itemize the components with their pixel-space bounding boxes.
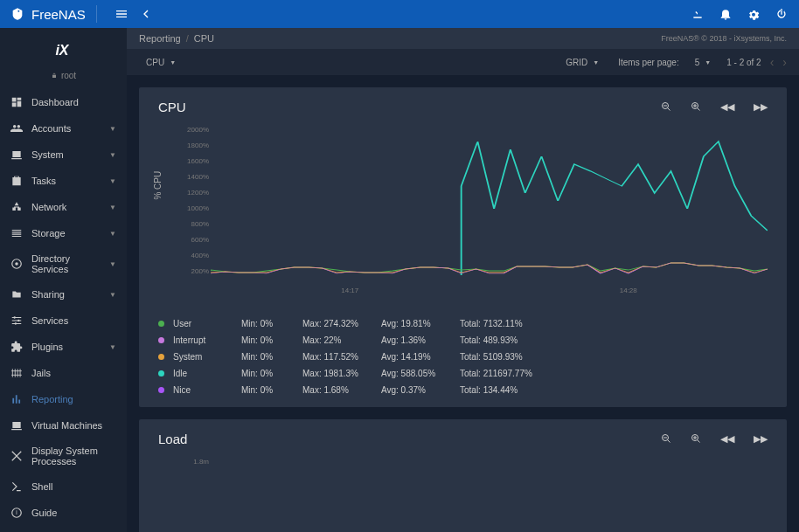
panel-cpu: CPU ◀◀ ▶▶ % CPU2000%1800%1600%1400%1200%… bbox=[139, 87, 787, 407]
zoom-in-icon[interactable] bbox=[691, 433, 701, 446]
panel-title: CPU bbox=[158, 100, 186, 114]
series-total: Total: 5109.93% bbox=[460, 352, 523, 362]
user-label: root bbox=[61, 71, 76, 80]
procs-icon bbox=[10, 450, 23, 462]
svg-point-5 bbox=[17, 320, 19, 321]
shell-icon bbox=[10, 480, 23, 493]
sidebar-item-label: Shell bbox=[31, 481, 116, 492]
bell-icon[interactable] bbox=[719, 7, 733, 21]
accounts-icon bbox=[10, 122, 23, 135]
sidebar-item-sharing[interactable]: Sharing ▼ bbox=[0, 281, 127, 307]
filter-bar: CPU▼ GRID▼ Items per page: 5▼ 1 - 2 of 2… bbox=[127, 49, 799, 75]
svg-text:i: i bbox=[16, 509, 17, 515]
sidebar-item-accounts[interactable]: Accounts ▼ bbox=[0, 115, 127, 142]
tasks-icon bbox=[10, 175, 23, 187]
step-back-icon[interactable]: ◀◀ bbox=[720, 101, 734, 113]
series-avg: Avg: 19.81% bbox=[381, 319, 460, 328]
sidebar-item-network[interactable]: Network ▼ bbox=[0, 194, 127, 220]
sidebar-item-label: Reporting bbox=[31, 394, 116, 404]
sidebar-item-label: Display System Processes bbox=[31, 446, 116, 466]
storage-icon bbox=[10, 227, 23, 239]
zoom-out-icon[interactable] bbox=[661, 101, 671, 114]
back-icon[interactable] bbox=[139, 7, 153, 21]
zoom-in-icon[interactable] bbox=[691, 101, 701, 114]
svg-point-4 bbox=[14, 316, 16, 318]
legend-row: Interrupt Min: 0% Max: 22% Avg: 1.36% To… bbox=[158, 335, 768, 345]
sidebar-item-label: Storage bbox=[31, 228, 101, 238]
sidebar-item-jails[interactable]: Jails bbox=[0, 360, 127, 386]
series-name: Nice bbox=[173, 385, 241, 395]
breadcrumb-bar: Reporting / CPU FreeNAS® © 2018 - iXsyst… bbox=[127, 28, 799, 49]
category-dropdown[interactable]: CPU▼ bbox=[139, 54, 183, 71]
sidebar-item-label: Plugins bbox=[31, 342, 101, 352]
sidebar-item-dashboard[interactable]: Dashboard bbox=[0, 89, 127, 115]
view-dropdown[interactable]: GRID▼ bbox=[559, 54, 606, 71]
page-range: 1 - 2 of 2 bbox=[726, 58, 761, 67]
series-total: Total: 489.93% bbox=[460, 335, 518, 345]
sidebar-item-reporting[interactable]: Reporting bbox=[0, 386, 127, 412]
services-icon bbox=[10, 314, 23, 327]
ix-logo: iX bbox=[0, 38, 127, 64]
items-per-page-dropdown[interactable]: 5▼ bbox=[688, 54, 719, 71]
series-color-dot bbox=[158, 354, 164, 360]
guide-icon: i bbox=[10, 507, 23, 519]
series-max: Max: 22% bbox=[302, 335, 381, 345]
sidebar: iX root Dashboard Accounts ▼ System ▼ Ta… bbox=[0, 28, 127, 532]
series-min: Min: 0% bbox=[241, 335, 302, 345]
user-indicator: root bbox=[0, 71, 127, 80]
sidebar-item-storage[interactable]: Storage ▼ bbox=[0, 220, 127, 246]
legend: User Min: 0% Max: 274.32% Avg: 19.81% To… bbox=[158, 319, 768, 395]
zoom-out-icon[interactable] bbox=[661, 433, 671, 446]
sidebar-item-system[interactable]: System ▼ bbox=[0, 142, 127, 168]
chart: 1.8m1.6m bbox=[158, 459, 768, 532]
prev-page[interactable]: ‹ bbox=[770, 55, 775, 69]
topbar: FreeNAS bbox=[0, 0, 799, 28]
series-color-dot bbox=[158, 387, 164, 393]
next-page[interactable]: › bbox=[782, 55, 787, 69]
logo-area: FreeNAS bbox=[10, 7, 86, 22]
reporting-icon bbox=[10, 393, 23, 405]
series-avg: Avg: 0.37% bbox=[381, 385, 460, 395]
gear-icon[interactable] bbox=[747, 7, 761, 21]
series-avg: Avg: 1.36% bbox=[381, 335, 460, 345]
sidebar-item-label: Accounts bbox=[31, 123, 101, 134]
menu-icon[interactable] bbox=[115, 7, 129, 21]
panel-load: Load ◀◀ ▶▶ 1.8m1.6m bbox=[139, 419, 787, 532]
sidebar-item-shell[interactable]: Shell bbox=[0, 473, 127, 500]
sidebar-item-guide[interactable]: i Guide bbox=[0, 500, 127, 526]
sidebar-item-display-system-processes[interactable]: Display System Processes bbox=[0, 439, 127, 473]
step-fwd-icon[interactable]: ▶▶ bbox=[754, 433, 768, 445]
svg-text:iX: iX bbox=[55, 43, 69, 58]
step-back-icon[interactable]: ◀◀ bbox=[720, 433, 734, 445]
sidebar-item-label: System bbox=[31, 149, 101, 160]
sidebar-item-directory-services[interactable]: Directory Services ▼ bbox=[0, 246, 127, 281]
series-avg: Avg: 588.05% bbox=[381, 369, 460, 378]
sidebar-item-label: Jails bbox=[31, 368, 116, 378]
sidebar-item-label: Dashboard bbox=[31, 97, 116, 107]
series-min: Min: 0% bbox=[241, 385, 302, 395]
power-icon[interactable] bbox=[775, 7, 789, 21]
sidebar-item-virtual-machines[interactable]: Virtual Machines bbox=[0, 412, 127, 439]
sidebar-item-label: Network bbox=[31, 202, 101, 212]
items-per-page-label: Items per page: bbox=[618, 58, 678, 67]
sharing-icon bbox=[10, 288, 23, 301]
sidebar-item-tasks[interactable]: Tasks ▼ bbox=[0, 168, 127, 194]
legend-row: Idle Min: 0% Max: 1981.3% Avg: 588.05% T… bbox=[158, 369, 768, 378]
series-name: System bbox=[173, 352, 241, 362]
step-fwd-icon[interactable]: ▶▶ bbox=[754, 101, 768, 113]
jails-icon bbox=[10, 367, 23, 379]
series-max: Max: 274.32% bbox=[302, 319, 381, 328]
series-name: User bbox=[173, 319, 241, 328]
sidebar-item-plugins[interactable]: Plugins ▼ bbox=[0, 334, 127, 360]
sidebar-item-services[interactable]: Services bbox=[0, 307, 127, 334]
crumb-root[interactable]: Reporting bbox=[139, 33, 181, 44]
chevron-down-icon: ▼ bbox=[109, 230, 116, 238]
legend-row: User Min: 0% Max: 274.32% Avg: 19.81% To… bbox=[158, 319, 768, 328]
y-axis-label: % CPU bbox=[153, 171, 163, 200]
network-icon bbox=[10, 201, 23, 213]
series-total: Total: 134.44% bbox=[460, 385, 518, 395]
download-icon[interactable] bbox=[691, 7, 705, 21]
crumb-leaf: CPU bbox=[194, 33, 214, 44]
vm-icon bbox=[10, 419, 23, 432]
sidebar-item-label: Virtual Machines bbox=[31, 420, 116, 431]
